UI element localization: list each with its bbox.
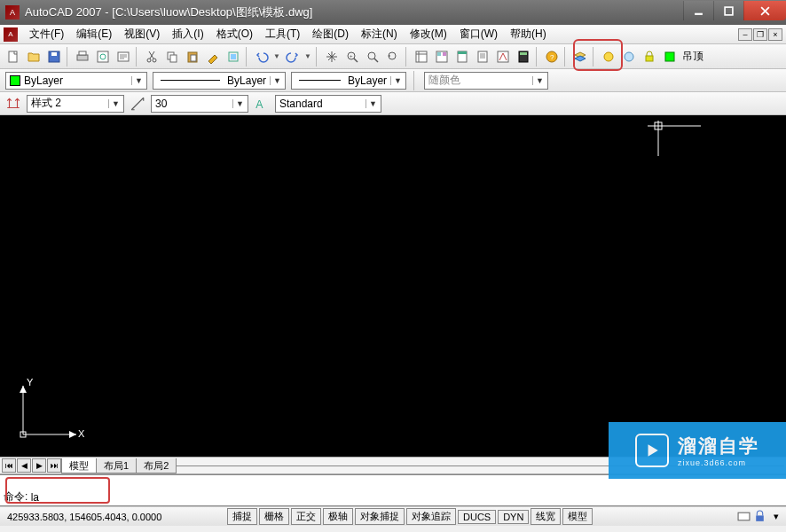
status-ducs[interactable]: DUCS bbox=[458, 510, 496, 524]
coordinates-display: 425933.5803, 154605.4043, 0.0000 bbox=[4, 510, 225, 524]
chevron-down-icon: ▼ bbox=[270, 76, 281, 85]
undo-button[interactable] bbox=[252, 47, 271, 66]
layer-freeze-icon[interactable] bbox=[619, 47, 639, 66]
svg-rect-31 bbox=[458, 51, 467, 54]
status-dyn[interactable]: DYN bbox=[498, 510, 529, 524]
mdi-close-button[interactable]: × bbox=[768, 28, 782, 41]
svg-marker-49 bbox=[20, 386, 27, 393]
layer-color-icon bbox=[660, 47, 680, 66]
command-input[interactable]: la bbox=[31, 491, 39, 504]
publish-button[interactable] bbox=[114, 47, 133, 66]
quickcalc-button[interactable] bbox=[514, 47, 533, 66]
close-button[interactable] bbox=[743, 1, 786, 20]
window-controls bbox=[683, 1, 786, 20]
tab-model[interactable]: 模型 bbox=[61, 458, 97, 473]
tool-palettes-button[interactable] bbox=[452, 47, 472, 66]
status-model[interactable]: 模型 bbox=[562, 508, 593, 525]
layer-toggle-icon[interactable] bbox=[599, 47, 618, 66]
mdi-restore-button[interactable]: ❐ bbox=[753, 28, 767, 41]
cut-button[interactable] bbox=[142, 47, 161, 66]
tab-prev-button[interactable]: ◀ bbox=[17, 458, 31, 473]
menu-modify[interactable]: 修改(M) bbox=[404, 25, 453, 43]
plotstyle-combo[interactable]: 随颜色 ▼ bbox=[424, 72, 548, 90]
menu-view[interactable]: 视图(V) bbox=[118, 25, 166, 43]
svg-rect-26 bbox=[416, 51, 427, 62]
command-area[interactable]: 命令: la bbox=[0, 474, 786, 506]
pan-button[interactable] bbox=[322, 47, 342, 66]
color-swatch bbox=[10, 75, 20, 86]
tab-first-button[interactable]: ⏮ bbox=[2, 458, 16, 473]
textstyle-label: Standard bbox=[279, 98, 362, 110]
status-otrack[interactable]: 对象追踪 bbox=[406, 508, 456, 525]
help-button[interactable]: ? bbox=[542, 47, 562, 66]
mdi-minimize-button[interactable]: – bbox=[738, 28, 752, 41]
undo-dropdown[interactable]: ▼ bbox=[252, 47, 282, 66]
tab-next-button[interactable]: ▶ bbox=[32, 458, 46, 473]
match-properties-button[interactable] bbox=[203, 47, 223, 66]
redo-dropdown[interactable]: ▼ bbox=[283, 47, 313, 66]
status-osnap[interactable]: 对象捕捉 bbox=[355, 508, 405, 525]
plot-preview-button[interactable] bbox=[93, 47, 113, 66]
separator bbox=[316, 47, 319, 66]
menu-window[interactable]: 窗口(W) bbox=[453, 25, 504, 43]
zoom-realtime-button[interactable]: + bbox=[342, 47, 362, 66]
paste-button[interactable] bbox=[183, 47, 202, 66]
markup-button[interactable] bbox=[493, 47, 513, 66]
layer-properties-button[interactable] bbox=[570, 47, 590, 66]
menu-insert[interactable]: 插入(I) bbox=[166, 25, 209, 43]
maximize-button[interactable] bbox=[713, 1, 743, 20]
zoom-window-button[interactable] bbox=[363, 47, 382, 66]
dimscale-combo[interactable]: 30 ▼ bbox=[151, 95, 248, 113]
linetype-label: ByLayer bbox=[227, 74, 266, 87]
new-button[interactable] bbox=[4, 47, 23, 66]
ucs-x-label: X bbox=[78, 428, 85, 439]
layer-lock-icon[interactable] bbox=[640, 47, 659, 66]
menu-draw[interactable]: 绘图(D) bbox=[306, 25, 355, 43]
tab-layout1[interactable]: 布局1 bbox=[96, 458, 137, 473]
menu-dimension[interactable]: 标注(N) bbox=[355, 25, 404, 43]
menu-file[interactable]: 文件(F) bbox=[23, 25, 70, 43]
design-center-button[interactable] bbox=[432, 47, 452, 66]
comm-center-icon[interactable] bbox=[737, 510, 751, 523]
lineweight-combo[interactable]: ByLayer ▼ bbox=[291, 72, 406, 90]
block-editor-button[interactable] bbox=[224, 47, 243, 66]
menu-edit[interactable]: 编辑(E) bbox=[70, 25, 118, 43]
svg-rect-40 bbox=[646, 56, 653, 61]
tab-last-button[interactable]: ⏭ bbox=[47, 458, 61, 473]
status-lwt[interactable]: 线宽 bbox=[531, 508, 561, 525]
linetype-combo[interactable]: ByLayer ▼ bbox=[153, 72, 286, 90]
mdi-controls: – ❐ × bbox=[738, 28, 782, 41]
svg-rect-41 bbox=[665, 52, 674, 61]
menu-format[interactable]: 格式(O) bbox=[210, 25, 259, 43]
drawing-canvas[interactable]: X Y bbox=[0, 115, 786, 457]
zoom-previous-button[interactable] bbox=[383, 47, 403, 66]
open-button[interactable] bbox=[24, 47, 43, 66]
separator bbox=[405, 47, 409, 66]
window-title: AutoCAD 2007 - [C:\Users\luow\Desktop\图纸… bbox=[25, 4, 683, 20]
dimstyle-combo[interactable]: 样式 2 ▼ bbox=[27, 95, 124, 113]
sheet-set-button[interactable] bbox=[473, 47, 492, 66]
color-combo[interactable]: ByLayer ▼ bbox=[5, 72, 147, 90]
status-polar[interactable]: 极轴 bbox=[323, 508, 353, 525]
document-icon: A bbox=[4, 27, 18, 42]
redo-button[interactable] bbox=[283, 47, 303, 66]
plot-button[interactable] bbox=[73, 47, 92, 66]
tray-arrow-icon[interactable]: ▾ bbox=[769, 510, 782, 523]
minimize-button[interactable] bbox=[683, 1, 713, 20]
status-snap[interactable]: 捕捉 bbox=[227, 508, 257, 525]
menu-help[interactable]: 帮助(H) bbox=[504, 25, 553, 43]
menu-tools[interactable]: 工具(T) bbox=[259, 25, 306, 43]
status-ortho[interactable]: 正交 bbox=[291, 508, 321, 525]
tab-layout2[interactable]: 布局2 bbox=[136, 458, 177, 473]
textstyle-combo[interactable]: Standard ▼ bbox=[275, 95, 381, 113]
play-icon bbox=[635, 434, 669, 467]
status-tray: ▾ bbox=[737, 510, 782, 523]
save-button[interactable] bbox=[44, 47, 64, 66]
watermark-brand: 溜溜自学 bbox=[678, 434, 759, 458]
separator bbox=[564, 47, 568, 66]
copy-button[interactable] bbox=[162, 47, 182, 66]
status-grid[interactable]: 栅格 bbox=[259, 508, 289, 525]
properties-button[interactable] bbox=[412, 47, 431, 66]
lock-icon[interactable] bbox=[753, 510, 766, 523]
svg-rect-29 bbox=[443, 52, 446, 56]
